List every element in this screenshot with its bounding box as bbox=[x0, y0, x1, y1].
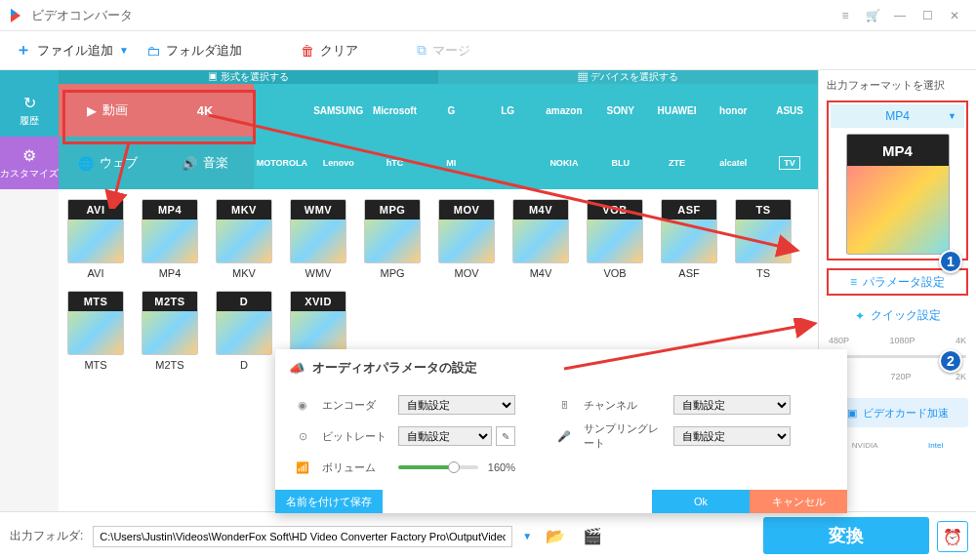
format-avi[interactable]: AVIAVI bbox=[64, 199, 127, 279]
bitrate-icon: ⊙ bbox=[293, 430, 312, 443]
output-format-selector[interactable]: MP4▼ MP4 bbox=[827, 100, 968, 260]
format-label: VOB bbox=[603, 267, 626, 279]
annotation-badge-1: 1 bbox=[939, 250, 962, 273]
format-mpg[interactable]: MPGMPG bbox=[361, 199, 424, 279]
slider-icon: ≡ bbox=[850, 275, 857, 289]
cat-video[interactable]: ▶動画 bbox=[59, 84, 156, 137]
brand-8[interactable]: honor bbox=[705, 84, 761, 137]
add-folder-label: フォルダ追加 bbox=[166, 42, 242, 60]
format-mkv[interactable]: MKVMKV bbox=[213, 199, 275, 279]
sparkle-icon: ✦ bbox=[855, 309, 865, 323]
output-folder-label: 出力フォルダ: bbox=[10, 528, 83, 544]
merge-icon: ⧉ bbox=[417, 42, 427, 59]
format-vob[interactable]: VOBVOB bbox=[584, 199, 646, 279]
open-folder-button[interactable]: 📂 bbox=[542, 523, 569, 550]
convert-button[interactable]: 変換 bbox=[763, 517, 929, 554]
cart-button[interactable]: 🛒 bbox=[859, 2, 886, 29]
quality-labels-top: 480P1080P4K bbox=[827, 336, 968, 345]
format-label: AVI bbox=[88, 267, 104, 279]
rail-customize[interactable]: ⚙ カスタマイズ bbox=[0, 137, 59, 189]
globe-icon: 🌐 bbox=[78, 156, 94, 171]
caret-down-icon: ▼ bbox=[948, 111, 956, 121]
format-wmv[interactable]: WMVWMV bbox=[287, 199, 349, 279]
encoder-icon: ◉ bbox=[293, 399, 312, 412]
nvidia-logo: NVIDIA bbox=[852, 441, 878, 450]
format-asf[interactable]: ASFASF bbox=[658, 199, 720, 279]
format-label: D bbox=[240, 359, 248, 371]
gpu-logos: NVIDIA Intel bbox=[827, 441, 968, 450]
clear-button[interactable]: 🗑 クリア bbox=[301, 42, 358, 60]
volume-slider[interactable] bbox=[398, 465, 478, 469]
save-as-button[interactable]: 名前を付けて保存 bbox=[275, 490, 383, 513]
encoder-select[interactable]: 自動設定 bbox=[398, 395, 515, 415]
clear-label: クリア bbox=[320, 42, 358, 60]
channel-icon: 🎚 bbox=[554, 399, 574, 411]
format-mov[interactable]: MOVMOV bbox=[435, 199, 498, 279]
format-m2ts[interactable]: M2TSM2TS bbox=[139, 291, 201, 371]
maximize-button[interactable]: ☐ bbox=[914, 2, 941, 29]
close-button[interactable]: ✕ bbox=[941, 2, 968, 29]
bitrate-edit-button[interactable]: ✎ bbox=[496, 426, 515, 446]
cat-4k[interactable]: 4K bbox=[156, 84, 254, 137]
sample-label: サンプリングレート bbox=[584, 421, 664, 451]
left-rail: ↻ 履歴 ⚙ カスタマイズ bbox=[0, 70, 59, 511]
output-folder-input[interactable] bbox=[93, 526, 512, 547]
brand-1[interactable]: SAMSUNG bbox=[310, 84, 367, 137]
brand2-0[interactable]: MOTOROLA bbox=[254, 137, 310, 189]
alarm-button[interactable]: ⏰ bbox=[937, 521, 968, 552]
brand2-2[interactable]: hTC bbox=[367, 137, 424, 189]
popup-header: 📣 オーディオパラメータの設定 bbox=[275, 349, 847, 386]
play-icon: ▶ bbox=[87, 103, 97, 118]
title-bar: ビデオコンバータ ≡ 🛒 — ☐ ✕ bbox=[0, 0, 976, 31]
brand-0[interactable] bbox=[254, 84, 310, 137]
brand2-3[interactable]: MI bbox=[423, 137, 479, 189]
chip-icon: ▣ bbox=[847, 407, 857, 420]
ok-button[interactable]: Ok bbox=[652, 490, 750, 513]
volume-icon: 📶 bbox=[293, 461, 312, 474]
format-label: MPG bbox=[380, 267, 404, 279]
format-mts[interactable]: MTSMTS bbox=[64, 291, 127, 371]
rail-history-label: 履歴 bbox=[20, 114, 39, 128]
sample-select[interactable]: 自動設定 bbox=[673, 426, 791, 446]
brand-5[interactable]: amazon bbox=[536, 84, 592, 137]
cat-audio[interactable]: 🔊音楽 bbox=[156, 137, 254, 189]
caret-down-icon[interactable]: ▼ bbox=[522, 531, 532, 541]
film-icon[interactable]: 🎬 bbox=[579, 523, 606, 550]
sample-icon: 🎤 bbox=[554, 430, 574, 443]
cancel-button[interactable]: キャンセル bbox=[750, 490, 847, 513]
caret-down-icon: ▼ bbox=[119, 45, 129, 56]
volume-label: ボリューム bbox=[322, 460, 388, 475]
tab-format[interactable]: ▣ 形式を選択する bbox=[59, 70, 438, 84]
brand-7[interactable]: HUAWEI bbox=[649, 84, 706, 137]
brand2-5[interactable]: NOKIA bbox=[536, 137, 592, 189]
gpu-accel-button[interactable]: ▣ ビデオカード加速 bbox=[827, 398, 968, 427]
tab-device[interactable]: ▦ デバイスを選択する bbox=[438, 70, 818, 84]
channel-select[interactable]: 自動設定 bbox=[673, 395, 791, 415]
format-ts[interactable]: TSTS bbox=[732, 199, 794, 279]
brand2-8[interactable]: alcatel bbox=[705, 137, 761, 189]
brand-3[interactable]: G bbox=[423, 84, 479, 137]
minimize-button[interactable]: — bbox=[886, 2, 914, 29]
bitrate-select[interactable]: 自動設定 bbox=[398, 426, 492, 446]
format-dv[interactable]: DD bbox=[213, 291, 275, 371]
format-m4v[interactable]: M4VM4V bbox=[509, 199, 572, 279]
brand2-1[interactable]: Lenovo bbox=[310, 137, 367, 189]
brand2-9[interactable]: TV bbox=[761, 137, 818, 189]
brand-2[interactable]: Microsoft bbox=[367, 84, 424, 137]
rail-history[interactable]: ↻ 履歴 bbox=[0, 84, 59, 137]
brand2-4[interactable] bbox=[479, 137, 536, 189]
brand2-7[interactable]: ZTE bbox=[649, 137, 706, 189]
brand-9[interactable]: ASUS bbox=[761, 84, 818, 137]
history-icon: ↻ bbox=[23, 94, 36, 112]
brand-4[interactable]: LG bbox=[479, 84, 536, 137]
brand2-6[interactable]: BLU bbox=[592, 137, 649, 189]
add-folder-button[interactable]: 🗀 フォルダ追加 bbox=[146, 42, 242, 60]
cat-web[interactable]: 🌐ウェブ bbox=[59, 137, 156, 189]
format-label: M2TS bbox=[155, 359, 183, 371]
format-mp4[interactable]: MP4MP4 bbox=[139, 199, 201, 279]
merge-button[interactable]: ⧉ マージ bbox=[417, 42, 470, 60]
brand-6[interactable]: SONY bbox=[592, 84, 649, 137]
menu-button[interactable]: ≡ bbox=[832, 2, 859, 29]
add-file-button[interactable]: ＋ ファイル追加 ▼ bbox=[16, 40, 129, 60]
format-label: MKV bbox=[232, 267, 256, 279]
